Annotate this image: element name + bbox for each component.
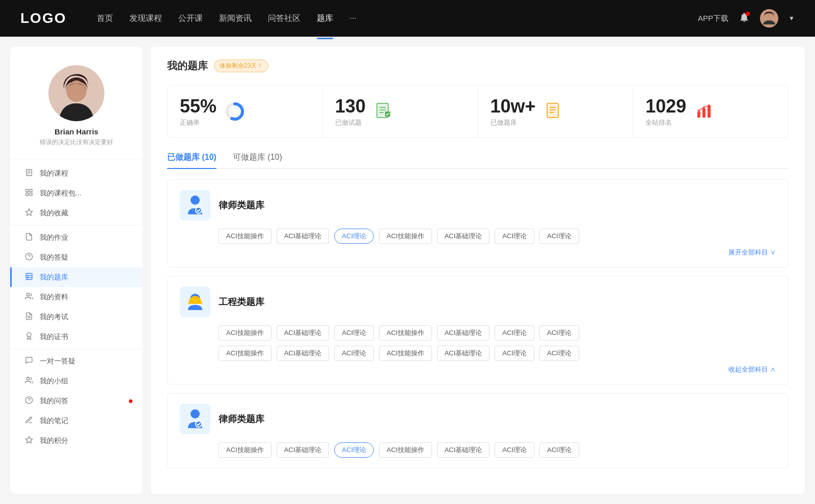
tag-law1-5[interactable]: ACI基础理论	[437, 229, 490, 244]
chart-red-icon	[694, 101, 715, 122]
sidebar-item-points[interactable]: 我的积分	[10, 431, 143, 451]
favorites-label: 我的收藏	[40, 209, 68, 218]
tag-eng1-4[interactable]: ACI技能操作	[379, 325, 432, 341]
homework-icon	[24, 233, 34, 242]
sidebar-item-group[interactable]: 我的小组	[10, 371, 143, 391]
tag-eng1-3[interactable]: ACI理论	[334, 325, 374, 341]
svg-rect-36	[547, 103, 558, 118]
nav-link-open[interactable]: 公开课	[178, 11, 203, 26]
bank-title-eng1: 工程类题库	[219, 296, 264, 308]
nav-link-qa[interactable]: 问答社区	[268, 11, 301, 26]
stat-done-questions-value: 130	[335, 96, 366, 117]
tag-eng1-10[interactable]: ACI理论	[334, 346, 374, 361]
sidebar-item-qna[interactable]: 我的答疑	[10, 247, 143, 267]
nav-bell[interactable]	[739, 12, 750, 25]
stat-done-banks-label: 已做题库	[491, 118, 536, 127]
profile-avatar-image	[48, 65, 104, 121]
bank-expand-law1[interactable]: 展开全部科目 ∨	[180, 248, 776, 257]
points-icon	[24, 436, 34, 445]
tag-law2-2[interactable]: ACI基础理论	[277, 442, 330, 458]
favorites-icon	[24, 208, 34, 218]
courses-label: 我的课程	[40, 169, 68, 178]
navbar: LOGO 首页 发现课程 公开课 新闻资讯 问答社区 题库 ··· APP下载 …	[0, 0, 815, 37]
sidebar-item-exam[interactable]: 我的考试	[10, 307, 143, 327]
nav-more[interactable]: ···	[349, 14, 356, 23]
profile-motto: 错误的决定比没有决定要好	[40, 138, 113, 147]
tag-eng1-5[interactable]: ACI基础理论	[437, 325, 490, 341]
stat-done-banks-values: 10w+ 已做题库	[491, 96, 536, 127]
tag-law1-1[interactable]: ACI技能操作	[219, 229, 271, 244]
sidebar-item-cert[interactable]: 我的证书	[10, 327, 143, 347]
svg-point-45	[703, 106, 705, 108]
svg-rect-16	[26, 273, 32, 279]
sidebar-item-notes[interactable]: 我的笔记	[10, 411, 143, 431]
tag-eng1-7[interactable]: ACI理论	[539, 325, 579, 341]
svg-rect-12	[30, 193, 32, 195]
bank-tags-law2: ACI技能操作 ACI基础理论 ACI理论 ACI技能操作 ACI基础理论 AC…	[180, 442, 776, 458]
profile-label: 我的资料	[40, 293, 68, 302]
bank-expand-eng1[interactable]: 收起全部科目 ∧	[180, 365, 776, 374]
course-pack-icon	[24, 188, 34, 198]
stat-ranking-value: 1029	[645, 96, 686, 117]
sidebar-item-one-on-one[interactable]: 一对一答疑	[10, 351, 143, 371]
tag-law2-5[interactable]: ACI基础理论	[437, 442, 490, 458]
stat-done-questions-label: 已做试题	[335, 118, 366, 127]
nav-right: APP下载 ▼	[698, 9, 795, 27]
tag-law2-6[interactable]: ACI理论	[495, 442, 534, 458]
stat-accuracy-values: 55% 正确率	[180, 96, 216, 127]
one-on-one-label: 一对一答疑	[40, 357, 75, 366]
stat-ranking-label: 全站排名	[645, 118, 686, 127]
sidebar-item-questions[interactable]: 我的问答	[10, 391, 143, 411]
tag-law1-4[interactable]: ACI技能操作	[379, 229, 432, 244]
bank-title-law1: 律师类题库	[219, 199, 264, 211]
svg-point-46	[708, 104, 710, 106]
sidebar-item-profile[interactable]: 我的资料	[10, 287, 143, 307]
points-label: 我的积分	[40, 436, 68, 445]
sidebar-item-courses[interactable]: 我的课程	[10, 163, 143, 183]
tag-law1-3[interactable]: ACI理论	[334, 229, 374, 244]
svg-marker-13	[25, 209, 32, 215]
sidebar-menu: 我的课程 我的课程包... 我的收藏 我的作业	[10, 159, 143, 455]
tag-law1-7[interactable]: ACI理论	[539, 229, 579, 244]
sidebar-item-favorites[interactable]: 我的收藏	[10, 203, 143, 223]
stat-accuracy-label: 正确率	[180, 118, 216, 127]
menu-divider-2	[10, 349, 143, 349]
course-pack-label: 我的课程包...	[40, 189, 82, 198]
nav-download[interactable]: APP下载	[698, 14, 728, 23]
tag-law1-6[interactable]: ACI理论	[495, 229, 534, 244]
tag-eng1-11[interactable]: ACI技能操作	[379, 346, 432, 361]
tag-eng1-1[interactable]: ACI技能操作	[219, 325, 271, 341]
nav-link-bank[interactable]: 题库	[317, 11, 333, 26]
notes-icon	[24, 416, 34, 426]
sidebar-item-course-pack[interactable]: 我的课程包...	[10, 183, 143, 203]
bank-title-law2: 律师类题库	[219, 413, 264, 425]
tag-law2-1[interactable]: ACI技能操作	[219, 442, 271, 458]
avatar-chevron-icon[interactable]: ▼	[789, 15, 795, 22]
nav-link-discover[interactable]: 发现课程	[129, 11, 162, 26]
tag-eng1-13[interactable]: ACI理论	[495, 346, 534, 361]
tag-eng1-2[interactable]: ACI基础理论	[277, 325, 330, 341]
law-person-icon	[184, 194, 206, 216]
tag-eng1-8[interactable]: ACI技能操作	[219, 346, 271, 361]
svg-point-23	[27, 332, 31, 337]
sidebar-item-bank[interactable]: 我的题库	[10, 267, 143, 287]
tag-eng1-9[interactable]: ACI基础理论	[277, 346, 330, 361]
cert-label: 我的证书	[40, 332, 68, 342]
nav-link-news[interactable]: 新闻资讯	[219, 11, 252, 26]
tag-law2-4[interactable]: ACI技能操作	[379, 442, 432, 458]
tag-eng1-12[interactable]: ACI基础理论	[437, 346, 490, 361]
tag-law1-2[interactable]: ACI基础理论	[277, 229, 330, 244]
tag-law2-7[interactable]: ACI理论	[539, 442, 579, 458]
tag-law2-3[interactable]: ACI理论	[334, 442, 374, 458]
law-icon-wrap	[180, 190, 210, 220]
nav-link-home[interactable]: 首页	[97, 11, 113, 26]
tab-done[interactable]: 已做题库 (10)	[167, 152, 216, 168]
sidebar-item-homework[interactable]: 我的作业	[10, 228, 143, 247]
tag-eng1-14[interactable]: ACI理论	[539, 346, 579, 361]
svg-rect-9	[26, 189, 29, 192]
tag-eng1-6[interactable]: ACI理论	[495, 325, 534, 341]
profile-icon	[24, 292, 34, 302]
bank-header-law1: 律师类题库	[180, 190, 776, 220]
tab-todo[interactable]: 可做题库 (10)	[233, 152, 282, 168]
avatar[interactable]	[760, 9, 778, 27]
